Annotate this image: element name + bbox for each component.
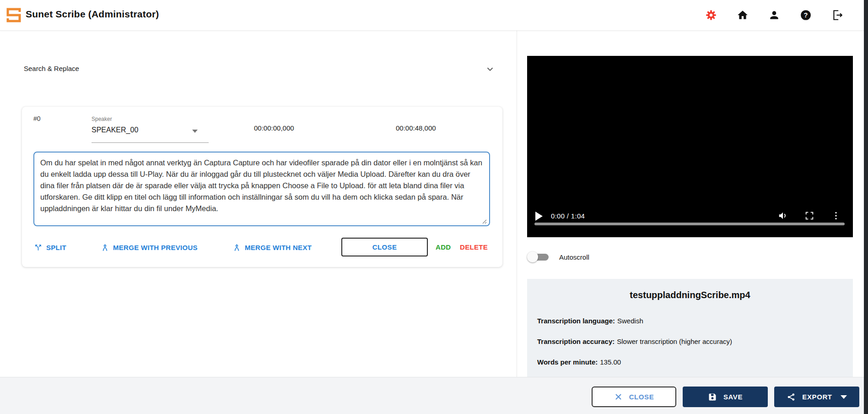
merge-with-next-button[interactable]: MERGE WITH NEXT [232,243,312,252]
export-button[interactable]: EXPORT [774,387,859,407]
export-button-label: EXPORT [802,393,832,401]
autoscroll-row: Autoscroll [527,251,589,263]
page-title: Sunet Scribe (Administrator) [26,9,159,20]
file-info-panel: testuppladdningScribe.mp4 Transcription … [527,279,853,377]
segment-actions: SPLIT MERGE WITH PREVIOUS MERGE WITH NEX… [22,239,502,259]
transcription-language-label: Transcription language: [537,317,615,325]
words-per-minute-value: 135.00 [600,358,621,366]
share-icon [787,392,796,402]
merge-next-label: MERGE WITH NEXT [245,244,312,251]
delete-label: DELETE [460,243,488,251]
logout-button[interactable] [831,9,843,21]
select-underline [92,142,209,143]
fullscreen-icon [804,211,814,221]
segment-close-button[interactable]: CLOSE [341,238,428,256]
autoscroll-toggle[interactable] [527,251,550,263]
merge-previous-label: MERGE WITH PREVIOUS [113,244,198,251]
panel-divider [517,30,517,377]
video-controls: 0:00 / 1:04 [527,211,853,222]
close-x-icon [614,392,623,401]
segment-text-input[interactable]: Om du har spelat in med något annat verk… [33,152,490,226]
kebab-menu-icon [831,211,841,221]
segment-close-label: CLOSE [372,243,397,251]
delete-segment-button[interactable]: DELETE [460,243,488,251]
person-icon [768,9,780,21]
words-per-minute-row: Words per minute:135.00 [537,358,621,366]
video-progress-bar[interactable] [534,223,845,225]
toggle-thumb [527,251,538,262]
chevron-down-icon[interactable] [485,64,495,74]
save-icon [708,392,717,402]
split-label: SPLIT [46,244,66,251]
video-time: 0:00 / 1:04 [551,212,585,220]
transcription-language-row: Transcription language:Swedish [537,317,643,325]
logout-icon [831,9,843,21]
help-button[interactable]: ? [800,9,812,21]
save-button-label: SAVE [723,393,743,401]
help-icon: ? [800,9,812,21]
speaker-select[interactable]: Speaker SPEAKER_00 [92,115,209,143]
page-scrollbar[interactable] [864,0,868,414]
save-button[interactable]: SAVE [683,387,768,407]
export-dropdown-caret-icon[interactable] [841,395,847,399]
home-button[interactable] [737,9,749,21]
filename: testuppladdningScribe.mp4 [527,290,853,300]
settings-button[interactable] [705,9,717,21]
transcription-accuracy-label: Transcription accuracy: [537,338,615,345]
merge-with-previous-button[interactable]: MERGE WITH PREVIOUS [101,243,198,252]
volume-icon [778,211,788,221]
app-header: Sunet Scribe (Administrator) [0,0,864,31]
speaker-select-value: SPEAKER_00 [92,126,138,134]
svg-text:?: ? [804,11,808,19]
app-root: Sunet Scribe (Administrator) [0,0,868,414]
close-button-label: CLOSE [629,393,654,401]
fullscreen-button[interactable] [804,211,814,221]
autoscroll-label: Autoscroll [559,253,589,261]
transcription-accuracy-value: Slower transcription (higher accuracy) [617,338,732,345]
more-options-button[interactable] [831,211,841,221]
search-replace-label: Search & Replace [24,65,79,72]
speaker-select-label: Speaker [92,116,112,122]
segment-card: #0 Speaker SPEAKER_00 00:00:00,000 00:00… [22,107,502,267]
words-per-minute-label: Words per minute: [537,358,598,366]
transcription-accuracy-row: Transcription accuracy:Slower transcript… [537,338,732,345]
close-button[interactable]: CLOSE [592,387,676,407]
volume-button[interactable] [778,211,788,221]
merge-up-icon [101,243,109,252]
search-replace-accordion[interactable]: Search & Replace [18,60,502,78]
add-segment-button[interactable]: ADD [436,243,451,251]
video-player[interactable]: 0:00 / 1:04 [527,56,853,237]
gear-icon [705,9,717,21]
merge-up-icon [232,243,241,252]
transcription-language-value: Swedish [617,317,643,325]
profile-button[interactable] [768,9,780,21]
header-nav: ? [705,9,843,21]
footer-bar: CLOSE SAVE EXPORT [0,377,864,414]
split-button[interactable]: SPLIT [34,243,66,252]
segment-index: #0 [33,115,41,122]
select-arrow-icon [192,130,198,133]
call-split-icon [34,243,43,252]
home-icon [737,9,749,21]
play-button[interactable] [535,212,543,221]
segment-start-time: 00:00:00,000 [254,124,294,132]
segment-end-time: 00:00:48,000 [396,124,436,132]
add-label: ADD [436,243,451,251]
sunet-scribe-logo-icon[interactable] [6,7,21,23]
